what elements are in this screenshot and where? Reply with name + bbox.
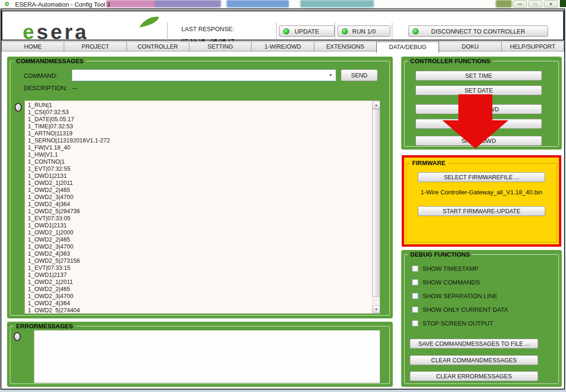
checkbox-icon[interactable] [412, 266, 418, 272]
firmware-panel: FIRMWARE SELECT FIRMWAREFILE ... 1-Wire … [402, 155, 561, 247]
log-led-icon [15, 103, 22, 112]
disconnect-button[interactable]: DISCONNECT TO CONTROLLER [408, 25, 548, 37]
run-button-label: RUN 1/0 [352, 28, 376, 35]
update-button[interactable]: UPDATE [279, 25, 335, 37]
scroll-thumb[interactable] [372, 109, 380, 297]
debug-checkbox-group: SHOW TIMESTAMPSHOW COMMANDSSHOW SEPARATI… [412, 266, 508, 334]
window-title: ESERA-Automation - Config Tool 3 [15, 1, 110, 8]
tab-setting[interactable]: SETTING [189, 42, 252, 51]
logo-word1: sera [36, 20, 89, 43]
status-led-icon [283, 28, 289, 34]
command-log-box[interactable]: 1_RUN|1 1_CSI|07:32:53 1_DATE|05.05.17 1… [25, 100, 380, 314]
command-log-content: 1_RUN|1 1_CSI|07:32:53 1_DATE|05.05.17 1… [28, 102, 110, 314]
disconnect-button-label: DISCONNECT TO CONTROLLER [431, 28, 525, 35]
checkbox-icon[interactable] [412, 320, 418, 326]
checkbox-icon[interactable] [412, 293, 418, 299]
firmware-title: FIRMWARE [410, 159, 448, 167]
errormessages-panel: ERRORMESSAGES [7, 322, 393, 387]
status-led-icon [413, 28, 419, 34]
tab-help-support[interactable]: HELP/SUPPORT [501, 42, 564, 51]
tab-doku[interactable]: DOKU [439, 42, 501, 51]
start-firmware-update-button[interactable]: START FIRMWARE-UPDATE [418, 206, 545, 216]
commandmessages-panel: COMMANDMESSAGES COMMAND: ▼ SEND DESCRIPT… [7, 57, 393, 318]
checkbox-label: SHOW SEPARATION LINE [422, 293, 497, 299]
checkbox-row-show-separation-line[interactable]: SHOW SEPARATION LINE [412, 293, 508, 299]
description-value: --- [72, 84, 78, 92]
last-response-label: LAST RESPONSE: [161, 25, 255, 33]
error-led-icon [14, 332, 21, 341]
tab-data-debug[interactable]: DATA/DEBUG [376, 42, 439, 53]
desktop-bottom-edge [0, 390, 566, 392]
logo-wordmark: esera [23, 23, 89, 42]
description-label: DESCRIPTION: [24, 84, 67, 92]
checkbox-label: SHOW COMMANDS [422, 279, 480, 285]
scroll-up-arrow-icon[interactable]: ▲ [372, 101, 380, 109]
checkbox-row-show-commands[interactable]: SHOW COMMANDS [412, 279, 508, 285]
scroll-down-arrow-icon[interactable]: ▼ [372, 305, 380, 313]
command-label: COMMAND: [24, 72, 58, 79]
checkbox-label: SHOW TIMESTAMP [422, 266, 479, 272]
update-button-label: UPDATE [295, 28, 319, 35]
tab-controller[interactable]: CONTROLLER [127, 42, 189, 51]
leaf-icon [138, 16, 160, 28]
tab-home[interactable]: HOME [1, 42, 64, 51]
debug-functions-title: DEBUG FUNCTIONS [408, 251, 472, 258]
checkbox-row-show-only-current-data[interactable]: SHOW ONLY CURRENT DATA [412, 307, 508, 313]
errormessages-title: ERRORMESSAGES [14, 323, 76, 330]
checkbox-label: STOP SCREEN OUTPUT [422, 320, 493, 326]
window-titlebar: e ESERA-Automation - Config Tool 3 — □ × [0, 0, 566, 8]
commandmessages-title: COMMANDMESSAGES [14, 58, 86, 65]
close-button[interactable]: × [544, 0, 558, 8]
controller-button-set-date[interactable]: SET DATE [415, 85, 542, 95]
command-combobox[interactable]: ▼ [72, 69, 336, 81]
debug-functions-panel: DEBUG FUNCTIONS SHOW TIMESTAMPSHOW COMMA… [401, 250, 562, 387]
save-commandmessages-to-file-button[interactable]: SAVE COMMANDMESSAGES TO FILE ... [410, 339, 538, 349]
maximize-button[interactable]: □ [528, 0, 542, 8]
tab-1-wire-owd[interactable]: 1-WIRE/OWD [251, 42, 314, 51]
send-button[interactable]: SEND [341, 69, 378, 81]
app-header: esera automation LAST RESPONSE: 07:33:15… [1, 10, 564, 41]
clear-errormessages-button[interactable]: CLEAR ERRORMESSAGES [410, 371, 538, 381]
chevron-down-icon[interactable]: ▼ [327, 71, 335, 80]
log-scrollbar[interactable]: ▲ ▼ [372, 101, 380, 313]
checkbox-icon[interactable] [412, 307, 418, 313]
clear-commandmessages-button[interactable]: CLEAR COMMANDMESSAGES [410, 355, 538, 365]
firmware-filename: 1-Wire Controller-Gateway_all_V1.18_40.b… [404, 189, 559, 196]
tab-bar: HOMEPROJECTCONTROLLERSETTING1-WIRE/OWDEX… [1, 42, 564, 51]
status-led-icon [342, 28, 348, 34]
checkbox-row-stop-screen-output[interactable]: STOP SCREEN OUTPUT [412, 320, 508, 326]
checkbox-row-show-timestamp[interactable]: SHOW TIMESTAMP [412, 266, 508, 272]
tab-extensions[interactable]: EXTENSIONS [314, 42, 377, 51]
run-button[interactable]: RUN 1/0 [338, 25, 390, 37]
controller-functions-title: CONTROLLER FUNCTIONS [408, 58, 493, 65]
minimize-button[interactable]: — [513, 0, 527, 8]
controller-button-set-time[interactable]: SET TIME [415, 71, 542, 81]
window-controls: — □ × [513, 0, 558, 8]
checkbox-icon[interactable] [412, 279, 418, 285]
tab-project[interactable]: PROJECT [64, 42, 127, 51]
checkbox-label: SHOW ONLY CURRENT DATA [422, 307, 508, 313]
error-log-box[interactable] [34, 330, 380, 383]
app-icon: e [5, 0, 12, 8]
select-firmwarefile-button[interactable]: SELECT FIRMWAREFILE ... [418, 172, 545, 182]
